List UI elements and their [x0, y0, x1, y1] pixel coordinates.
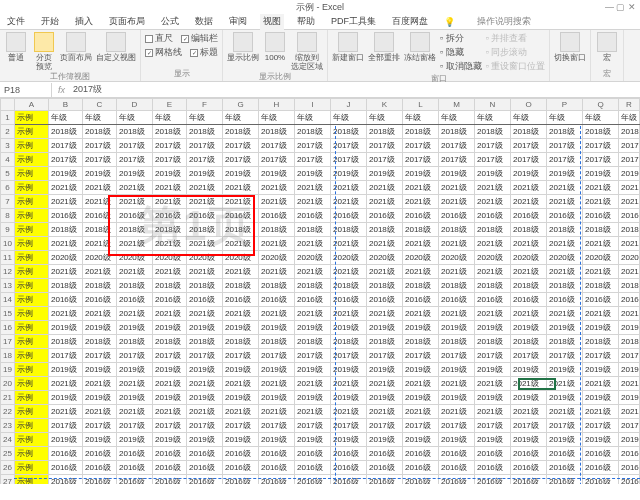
cell[interactable]: 2021级 — [475, 181, 511, 195]
cell[interactable]: 2019级 — [295, 167, 331, 181]
row-17[interactable]: 17 — [1, 335, 15, 349]
cell[interactable]: 2017级 — [475, 349, 511, 363]
row-7[interactable]: 7 — [1, 195, 15, 209]
cell[interactable]: 2017级 — [403, 153, 439, 167]
cell[interactable]: 2019级 — [223, 321, 259, 335]
cell[interactable]: 2020级 — [153, 251, 187, 265]
cell[interactable]: 2021级 — [153, 195, 187, 209]
cell[interactable]: 2018级 — [403, 223, 439, 237]
cell[interactable]: 年级 — [583, 111, 619, 125]
col-K[interactable]: K — [367, 99, 403, 111]
cell[interactable]: 2017级 — [331, 349, 367, 363]
cell[interactable]: 2021级 — [367, 307, 403, 321]
cell[interactable]: 2016级 — [295, 475, 331, 485]
cell[interactable]: 2018级 — [511, 279, 547, 293]
tab-视图[interactable]: 视图 — [260, 13, 284, 30]
cell[interactable]: 2019级 — [367, 433, 403, 447]
zoom-1[interactable]: 100% — [263, 32, 287, 71]
cell[interactable]: 2018级 — [511, 223, 547, 237]
cell[interactable]: 2020级 — [223, 251, 259, 265]
cell[interactable]: 2016级 — [439, 209, 475, 223]
cell[interactable]: 2017级 — [223, 153, 259, 167]
cell[interactable]: 示例 — [15, 153, 49, 167]
cell[interactable]: 2019级 — [475, 433, 511, 447]
cell[interactable]: 2019级 — [223, 433, 259, 447]
cell[interactable]: 2021级 — [511, 405, 547, 419]
cell[interactable]: 2017级 — [331, 139, 367, 153]
cell[interactable]: 2016级 — [117, 461, 153, 475]
cell[interactable]: 2019级 — [259, 363, 295, 377]
cell[interactable]: 2020级 — [49, 251, 83, 265]
col-P[interactable]: P — [547, 99, 583, 111]
cell[interactable]: 2018级 — [295, 279, 331, 293]
cell[interactable]: 2019级 — [511, 363, 547, 377]
cell[interactable]: 2016级 — [583, 209, 619, 223]
cell[interactable]: 2019级 — [83, 321, 117, 335]
cell[interactable]: 2018级 — [223, 279, 259, 293]
cell[interactable]: 示例 — [15, 391, 49, 405]
cell[interactable]: 2019级 — [259, 391, 295, 405]
cell[interactable]: 2021级 — [295, 195, 331, 209]
cell[interactable]: 2018级 — [295, 223, 331, 237]
cell[interactable]: 2016级 — [187, 461, 223, 475]
cell[interactable]: 2019级 — [403, 321, 439, 335]
cell[interactable]: 2017级 — [117, 153, 153, 167]
cell[interactable]: 2021级 — [187, 195, 223, 209]
cell[interactable]: 2021级 — [475, 405, 511, 419]
cell[interactable]: 2018级 — [583, 279, 619, 293]
cell[interactable]: 2016级 — [117, 293, 153, 307]
cell[interactable]: 2021级 — [153, 307, 187, 321]
cell[interactable]: 2016级 — [187, 475, 223, 485]
cell[interactable]: 2016级 — [583, 447, 619, 461]
cell[interactable]: 2017级 — [403, 139, 439, 153]
cell[interactable]: 示例 — [15, 181, 49, 195]
cell[interactable]: 2018级 — [83, 335, 117, 349]
cell[interactable]: 2021级 — [403, 307, 439, 321]
cell[interactable]: 2016级 — [83, 461, 117, 475]
row-21[interactable]: 21 — [1, 391, 15, 405]
cell[interactable]: 2021级 — [367, 181, 403, 195]
cell[interactable]: 2018级 — [403, 279, 439, 293]
tab-帮助[interactable]: 帮助 — [294, 13, 318, 30]
cell[interactable]: 示例 — [15, 223, 49, 237]
cell[interactable]: 2016级 — [619, 461, 640, 475]
cell[interactable]: 2021级 — [547, 307, 583, 321]
cell[interactable]: 2021级 — [83, 181, 117, 195]
row-3[interactable]: 3 — [1, 139, 15, 153]
cell[interactable]: 示例 — [15, 279, 49, 293]
cell[interactable]: 2016级 — [187, 209, 223, 223]
cell[interactable]: 2019级 — [223, 167, 259, 181]
cell[interactable]: 2021级 — [367, 265, 403, 279]
cell[interactable]: 2017级 — [511, 349, 547, 363]
cell[interactable]: 示例 — [15, 251, 49, 265]
cell[interactable]: 2019级 — [475, 167, 511, 181]
cell[interactable]: 2016级 — [259, 461, 295, 475]
cell[interactable]: 2016级 — [511, 447, 547, 461]
cell[interactable]: 2016级 — [223, 447, 259, 461]
cell[interactable]: 示例 — [15, 321, 49, 335]
cell[interactable]: 年级 — [295, 111, 331, 125]
cell[interactable]: 2019级 — [403, 167, 439, 181]
tab-页面布局[interactable]: 页面布局 — [106, 13, 148, 30]
cell[interactable]: 2018级 — [187, 335, 223, 349]
cell[interactable]: 2017级 — [153, 153, 187, 167]
name-box[interactable]: P18 — [0, 83, 52, 97]
cell[interactable]: 2021级 — [583, 181, 619, 195]
cell[interactable]: 2017级 — [367, 419, 403, 433]
cell[interactable]: 2019级 — [49, 391, 83, 405]
cell[interactable]: 2018级 — [619, 335, 640, 349]
cell[interactable]: 2021级 — [259, 377, 295, 391]
cell[interactable]: 2019级 — [83, 391, 117, 405]
cell[interactable]: 2018级 — [49, 279, 83, 293]
cell[interactable]: 2018级 — [331, 279, 367, 293]
cell[interactable]: 2021级 — [475, 377, 511, 391]
cell[interactable]: 2017级 — [153, 349, 187, 363]
cell[interactable]: 示例 — [15, 111, 49, 125]
cell[interactable]: 2021级 — [511, 307, 547, 321]
cell[interactable]: 2018级 — [223, 125, 259, 139]
win-1[interactable]: 全部重排 — [368, 32, 400, 73]
cell[interactable]: 2021级 — [475, 195, 511, 209]
cell[interactable]: 2019级 — [295, 321, 331, 335]
cell[interactable]: 2021级 — [403, 181, 439, 195]
cell[interactable]: 2018级 — [295, 335, 331, 349]
